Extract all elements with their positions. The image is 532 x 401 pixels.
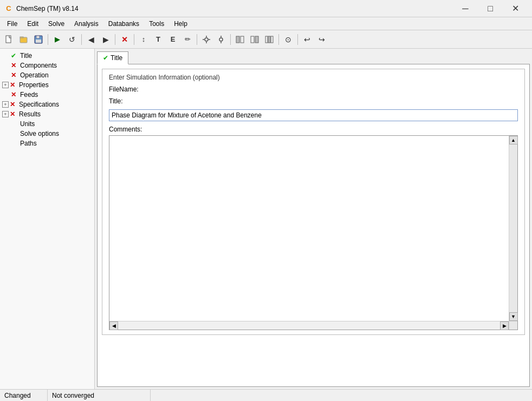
menu-file[interactable]: File <box>2 18 22 29</box>
sidebar-label-results: Results <box>19 110 41 118</box>
col-mid-button[interactable] <box>262 32 276 47</box>
scroll-down-button[interactable]: ▼ <box>509 312 518 321</box>
title-bar-left: C ChemSep (TM) v8.14 <box>4 4 79 13</box>
menu-edit[interactable]: Edit <box>22 18 43 29</box>
svg-rect-14 <box>236 36 239 43</box>
sep7 <box>278 34 279 45</box>
title-bar-title: ChemSep (TM) v8.14 <box>16 5 79 12</box>
sidebar-item-operation[interactable]: ✕ Operation <box>0 70 94 80</box>
scroll-corner <box>509 321 517 330</box>
content-panel: ✔ Title Enter Simulation Information (op… <box>95 49 532 389</box>
sidebar-item-paths[interactable]: Paths <box>0 139 94 148</box>
edit-button[interactable]: ✏ <box>180 32 194 47</box>
title-bar: C ChemSep (TM) v8.14 ─ □ ✕ <box>0 0 532 17</box>
tab-bar: ✔ Title <box>95 49 532 64</box>
sep1 <box>48 34 48 45</box>
title-input[interactable] <box>109 109 518 121</box>
x-icon-specifications: ✕ <box>10 101 17 108</box>
close-button[interactable]: ✕ <box>503 0 528 17</box>
stop-button[interactable]: ✕ <box>118 32 132 47</box>
updown-button[interactable]: ↕ <box>137 32 151 47</box>
undo-button[interactable]: ↩ <box>300 32 314 47</box>
tab-label: Title <box>111 54 122 62</box>
back-button[interactable]: ◀ <box>84 32 98 47</box>
expand-icon <box>2 62 10 69</box>
main-area: ✔ Title ✕ Components ✕ Operation + ✕ Pro… <box>0 49 532 389</box>
title-input-row <box>109 109 518 121</box>
expand-icon <box>2 130 10 137</box>
x-icon-operation: ✕ <box>11 71 18 79</box>
comments-scrollbar-horizontal[interactable]: ◀ ▶ <box>109 321 509 330</box>
sep4 <box>134 34 134 45</box>
filename-label: FileName: <box>109 86 152 93</box>
status-not-converged: Not converged <box>48 390 151 401</box>
open-button[interactable] <box>17 32 31 47</box>
sidebar-item-specifications[interactable]: + ✕ Specifications <box>0 100 94 109</box>
menu-analysis[interactable]: Analysis <box>69 18 103 29</box>
scroll-right-button[interactable]: ▶ <box>500 321 509 330</box>
target-button[interactable]: ⊙ <box>281 32 295 47</box>
svg-point-11 <box>219 38 223 41</box>
sidebar-item-solve-options[interactable]: Solve options <box>0 129 94 139</box>
expand-icon <box>2 120 10 128</box>
x-icon-properties: ✕ <box>10 81 17 89</box>
sidebar-item-feeds[interactable]: ✕ Feeds <box>0 90 94 100</box>
status-bar: Changed Not converged <box>0 389 532 401</box>
e-button[interactable]: E <box>166 32 180 47</box>
status-changed: Changed <box>0 390 48 401</box>
settings1-button[interactable] <box>199 32 213 47</box>
expand-icon-properties[interactable]: + <box>2 82 9 88</box>
form-panel: Enter Simulation Information (optional) … <box>97 64 530 387</box>
comments-area[interactable]: ▲ ▼ ◀ ▶ <box>109 135 518 330</box>
sidebar-label-properties: Properties <box>19 81 49 89</box>
sidebar-item-properties[interactable]: + ✕ Properties <box>0 80 94 90</box>
x-icon-components: ✕ <box>11 62 18 69</box>
run-button[interactable]: ▶ <box>50 32 64 47</box>
sidebar-label-units: Units <box>20 120 35 128</box>
col-right-button[interactable] <box>248 32 262 47</box>
expand-icon <box>2 52 10 60</box>
forward-button[interactable]: ▶ <box>99 32 113 47</box>
minimize-button[interactable]: ─ <box>453 0 478 17</box>
refresh-button[interactable]: ↺ <box>65 32 79 47</box>
group-label: Enter Simulation Information (optional) <box>109 74 518 81</box>
menu-databanks[interactable]: Databanks <box>103 18 144 29</box>
scroll-up-button[interactable]: ▲ <box>509 136 518 144</box>
expand-icon <box>2 140 10 147</box>
save-button[interactable] <box>31 32 46 47</box>
expand-icon <box>2 91 10 98</box>
toolbar: ▶ ↺ ◀ ▶ ✕ ↕ T E ✏ ⊙ ↩ ↪ <box>0 30 532 49</box>
svg-rect-15 <box>241 36 244 43</box>
redo-button[interactable]: ↪ <box>315 32 329 47</box>
expand-icon-specs[interactable]: + <box>2 101 9 108</box>
svg-rect-16 <box>251 36 254 43</box>
title-bar-controls: ─ □ ✕ <box>453 0 528 17</box>
scroll-left-button[interactable]: ◀ <box>109 321 118 330</box>
col-left-button[interactable] <box>233 32 247 47</box>
maximize-button[interactable]: □ <box>478 0 503 17</box>
svg-point-6 <box>205 38 208 41</box>
sidebar-label-specifications: Specifications <box>19 101 59 108</box>
menu-solve[interactable]: Solve <box>43 18 69 29</box>
tab-title[interactable]: ✔ Title <box>97 51 128 64</box>
sidebar-label-operation: Operation <box>20 71 49 79</box>
menu-tools[interactable]: Tools <box>144 18 169 29</box>
menu-bar: File Edit Solve Analysis Databanks Tools… <box>0 17 532 30</box>
sep8 <box>297 34 298 45</box>
t-button[interactable]: T <box>151 32 165 47</box>
expand-icon-results[interactable]: + <box>2 111 9 117</box>
sidebar-item-results[interactable]: + ✕ Results <box>0 109 94 119</box>
sidebar-label-components: Components <box>20 62 57 69</box>
sidebar-item-components[interactable]: ✕ Components <box>0 61 94 70</box>
svg-rect-17 <box>255 36 258 43</box>
sep6 <box>230 34 231 45</box>
menu-help[interactable]: Help <box>169 18 192 29</box>
sep5 <box>197 34 197 45</box>
svg-rect-5 <box>36 40 41 43</box>
sidebar-item-title[interactable]: ✔ Title <box>0 51 94 61</box>
new-button[interactable] <box>2 32 16 47</box>
sidebar-item-units[interactable]: Units <box>0 119 94 129</box>
comments-scrollbar-vertical[interactable]: ▲ ▼ <box>509 136 517 321</box>
filename-row: FileName: <box>109 86 518 93</box>
settings2-button[interactable] <box>214 32 228 47</box>
